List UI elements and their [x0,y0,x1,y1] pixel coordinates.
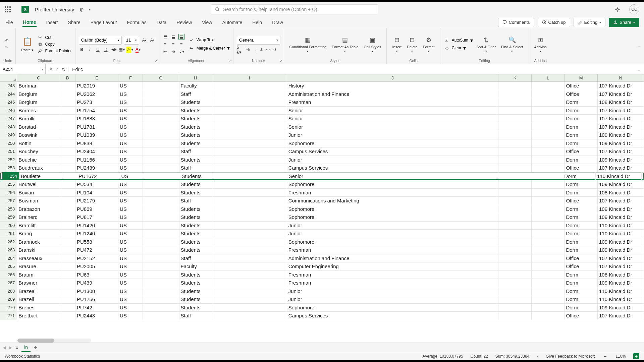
cell[interactable]: Junior [287,222,498,230]
cell[interactable] [143,164,179,172]
cell[interactable] [532,131,565,139]
cell[interactable] [143,98,179,106]
cell[interactable]: US [118,213,143,221]
cell[interactable]: Brazeal [17,287,60,295]
delete-cells-button[interactable]: ⊟Delete▾ [405,35,420,54]
cell[interactable] [143,197,179,205]
zoom-level[interactable]: 110% [615,354,626,359]
row-header[interactable]: 257 [0,197,17,205]
cell[interactable] [60,189,75,197]
table-row[interactable]: 243BorfmanPU2019USFacultyHistoryOffice10… [0,82,644,90]
cell[interactable]: Faculty [179,82,213,90]
cell[interactable]: Students [179,131,213,139]
cell[interactable]: Dorm [565,131,598,139]
cell[interactable]: PU1156 [75,156,118,164]
table-row[interactable]: 254BoutiettePU1672USStudentsSeniorDorm11… [0,172,644,181]
cell[interactable] [143,262,179,270]
cell[interactable] [60,254,75,262]
column-header[interactable]: N [598,74,644,81]
cell[interactable]: PU1672 [77,172,120,181]
tab-home[interactable]: Home [22,18,37,27]
column-header[interactable]: I [212,74,287,81]
number-dialog-launcher-icon[interactable]: ⤢ [280,59,282,63]
italic-button[interactable]: I [87,47,93,53]
cell[interactable]: US [118,107,143,115]
cell[interactable] [212,238,287,246]
merge-center-button[interactable]: ⬌Merge & Center ▾ [189,45,230,51]
cell[interactable] [532,246,565,254]
cell[interactable]: Dorm [565,304,598,312]
cell[interactable]: Breitbart [17,312,60,320]
cell[interactable]: Branski [17,246,60,254]
cell[interactable]: 107 Kincaid Dr [598,123,644,131]
column-header[interactable]: J [287,74,499,81]
cell[interactable] [60,230,75,238]
row-header[interactable]: 255 [0,180,17,188]
cell[interactable]: Staff [179,90,213,98]
cell[interactable]: 109 Kincaid Dr [598,213,644,221]
cell[interactable]: Boswink [17,131,60,139]
cell[interactable]: 107 Kincaid Dr [598,254,644,262]
cell[interactable]: US [118,115,143,123]
increase-decimal-button[interactable]: .0→ [261,47,267,53]
catchup-button[interactable]: Catch up [538,18,570,27]
cell[interactable] [212,262,287,270]
cell[interactable]: Boutiette [19,172,62,181]
cell[interactable]: 107 Kincaid Dr [598,107,644,115]
wrap-text-button[interactable]: ⤶Wrap Text [189,37,230,43]
cell[interactable]: 109 Kincaid Dr [598,180,644,188]
table-row[interactable]: 250BottinPU838USStudentsSophomoreDorm109… [0,139,644,148]
cell[interactable]: Dorm [565,205,598,213]
cell[interactable]: US [118,156,143,164]
cell[interactable]: 110 Kincaid Dr [598,222,644,230]
sheet-next-icon[interactable]: ▶ [9,345,12,350]
cell[interactable] [60,147,75,156]
cell[interactable]: Boutwell [17,180,60,188]
cell[interactable]: Campus Services [287,147,498,156]
align-middle-button[interactable]: ⬓ [170,34,176,40]
cell[interactable]: Staff [179,312,213,320]
cell[interactable]: Brazell [17,295,60,303]
cell[interactable]: Students [179,139,213,147]
table-row[interactable]: 246BormesPU1754USStudentsSeniorDorm107 K… [0,107,644,115]
cell[interactable] [498,312,532,320]
cell[interactable]: Students [179,230,213,238]
shrink-font-button[interactable]: A▾ [149,37,155,43]
cell[interactable]: Students [180,172,213,181]
cell[interactable] [60,262,75,270]
comments-button[interactable]: Comments [498,18,534,27]
cell[interactable]: 110 Kincaid Dr [598,295,644,303]
align-bottom-button[interactable]: ⬓ [178,34,184,40]
cell[interactable] [498,115,532,123]
cell[interactable] [60,279,75,287]
select-all-corner[interactable] [0,74,17,81]
cell[interactable]: US [118,312,143,320]
cell[interactable]: Sophomore [287,213,498,221]
cell[interactable]: 107 Kincaid Dr [598,82,644,90]
format-painter-button[interactable]: 🖌Format Painter [37,48,72,54]
cell[interactable] [532,98,565,106]
font-color-button[interactable]: A▾ [135,47,141,53]
cell[interactable]: Senior [287,107,498,115]
table-row[interactable]: 245BorglumPU273USStudentsFreshmanDorm108… [0,98,644,107]
document-title[interactable]: Pfeiffer University [35,7,74,12]
row-header[interactable]: 253 [0,164,17,172]
cell[interactable]: Freshman [287,271,498,279]
cell[interactable] [143,90,179,98]
cell[interactable] [498,164,532,172]
cell[interactable]: Dorm [565,107,598,115]
cell[interactable]: US [118,295,143,303]
table-row[interactable]: 253BoudreauxPU2439USStaffCampus Services… [0,164,644,172]
cell[interactable] [532,189,565,197]
collapse-ribbon-icon[interactable]: ⌄ [637,44,641,49]
cell[interactable] [498,262,532,270]
table-row[interactable]: 262BrannockPU558USStudentsSophomoreDorm1… [0,238,644,246]
cell[interactable] [60,107,75,115]
row-header[interactable]: 252 [0,156,17,164]
cell[interactable] [60,271,75,279]
cell[interactable]: 108 Kincaid Dr [598,189,644,197]
cell[interactable]: Dorm [565,246,598,254]
cell[interactable]: Brasseaux [17,254,60,262]
cell[interactable]: US [118,254,143,262]
cell[interactable]: Bovian [17,189,60,197]
